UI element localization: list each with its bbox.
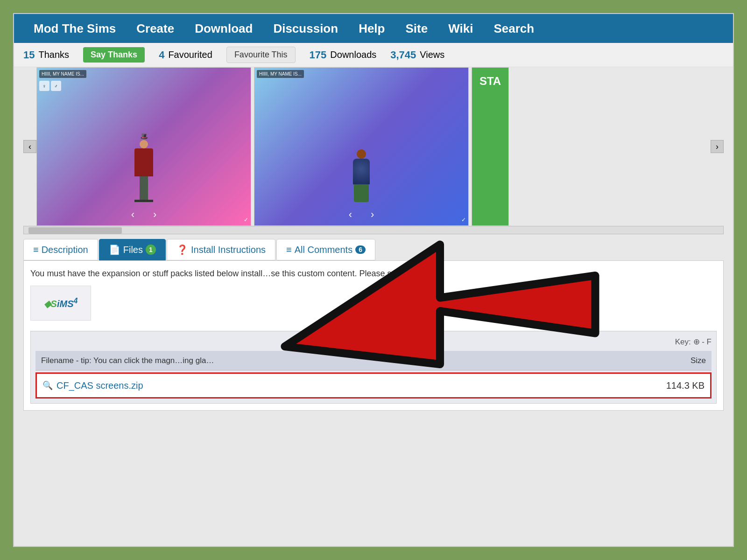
partial-sta-label: STA	[479, 75, 501, 88]
nav-download[interactable]: Download	[184, 14, 263, 43]
tab-description-label: Description	[42, 245, 88, 255]
gallery-prev[interactable]: ‹	[23, 140, 36, 153]
favourited-count: 4	[159, 49, 164, 61]
content-area: You must have the expansion or stuff pac…	[23, 260, 724, 411]
downloads-label: Downloads	[330, 49, 376, 60]
files-icon: 📄	[109, 244, 120, 255]
screenshot-2-next[interactable]: ›	[371, 209, 374, 221]
thanks-stat: 15 Thanks	[23, 49, 69, 61]
downloads-count: 175	[310, 49, 327, 61]
comments-icon: ≡	[286, 245, 292, 255]
sims4-logo: ◆SiMS4	[44, 295, 78, 311]
file-table-header-row: Filename - tip: You can click the magn…i…	[35, 351, 712, 371]
screenshot-1-next[interactable]: ›	[153, 209, 156, 221]
file-size-0: 114.3 KB	[666, 378, 705, 392]
downloads-stat: 175 Downloads	[310, 49, 377, 61]
file-table-key: Key: ⊕ - F	[35, 336, 712, 348]
views-count: 3,745	[390, 49, 416, 61]
nav-wiki[interactable]: Wiki	[438, 14, 483, 43]
scrollbar-thumb[interactable]	[28, 227, 122, 234]
thanks-count: 15	[23, 49, 35, 61]
tab-description[interactable]: ≡ Description	[23, 239, 98, 260]
outer-frame: Mod The Sims Create Download Discussion …	[0, 0, 747, 560]
favourite-button[interactable]: Favourite This	[226, 47, 296, 63]
screenshot-1-prev[interactable]: ‹	[131, 209, 134, 221]
tab-files[interactable]: 📄 Files 1	[99, 239, 166, 260]
file-link-0[interactable]: 🔍 CF_CAS screens.zip	[42, 378, 143, 392]
file-row-0: 🔍 CF_CAS screens.zip 114.3 KB	[35, 372, 712, 399]
screenshot-2: HIIII, MY NAME IS... ‹ › ✓	[254, 67, 469, 226]
tab-comments[interactable]: ≡ All Comments 6	[276, 239, 375, 260]
nav-site[interactable]: Site	[395, 14, 438, 43]
sims-ui-overlay-2: HIIII, MY NAME IS...	[257, 70, 304, 78]
views-label: Views	[420, 49, 444, 60]
header-filename: Filename - tip: You can click the magn…i…	[41, 355, 214, 367]
file-table-area: Key: ⊕ - F Filename - tip: You can click…	[30, 331, 717, 404]
favourited-label: Favourited	[168, 49, 212, 60]
nav-search[interactable]: Search	[483, 14, 544, 43]
gallery-next[interactable]: ›	[711, 140, 724, 153]
nav-discussion[interactable]: Discussion	[263, 14, 348, 43]
screenshot-2-prev[interactable]: ‹	[349, 209, 352, 221]
files-badge: 1	[146, 245, 156, 255]
description-icon: ≡	[33, 245, 39, 255]
gallery-wrapper: ‹ HIIII, MY NAME IS... ♀ ♂ 🎩	[23, 67, 724, 226]
gallery-scroll: HIIII, MY NAME IS... ♀ ♂ 🎩	[36, 67, 711, 226]
stats-bar: 15 Thanks Say Thanks 4 Favourited Favour…	[14, 43, 733, 67]
nav-create[interactable]: Create	[126, 14, 184, 43]
say-thanks-button[interactable]: Say Thanks	[83, 47, 145, 63]
thanks-label: Thanks	[38, 49, 69, 60]
content-note: You must have the expansion or stuff pac…	[30, 267, 717, 280]
tab-install[interactable]: ❓ Install Instructions	[167, 239, 275, 260]
screenshot-1: HIIII, MY NAME IS... ♀ ♂ 🎩	[36, 67, 251, 226]
nav-help[interactable]: Help	[348, 14, 395, 43]
sims4-logo-container: ◆SiMS4	[30, 286, 91, 321]
screenshot-partial: STA	[472, 67, 509, 226]
tab-files-label: Files	[123, 245, 143, 255]
nav-mod-the-sims[interactable]: Mod The Sims	[23, 14, 126, 43]
file-search-icon: 🔍	[42, 379, 53, 392]
tabs: ≡ Description 📄 Files 1 ❓ Install Instru…	[23, 239, 724, 260]
gallery-scrollbar[interactable]	[23, 226, 724, 234]
file-name-0: CF_CAS screens.zip	[56, 378, 143, 392]
views-stat: 3,745 Views	[390, 49, 444, 61]
main-content: ‹ HIIII, MY NAME IS... ♀ ♂ 🎩	[14, 67, 733, 420]
favourited-stat: 4 Favourited	[159, 49, 212, 61]
key-label: Key: ⊕ - F	[675, 336, 712, 348]
install-icon: ❓	[176, 244, 188, 255]
sims-ui-overlay-1: HIIII, MY NAME IS...	[39, 70, 86, 78]
navbar: Mod The Sims Create Download Discussion …	[14, 14, 733, 43]
tab-comments-label: All Comments	[295, 245, 352, 255]
inner-frame: Mod The Sims Create Download Discussion …	[13, 13, 734, 547]
comments-badge: 6	[355, 245, 366, 254]
tab-install-label: Install Instructions	[191, 245, 266, 255]
header-size: Size	[691, 355, 706, 367]
